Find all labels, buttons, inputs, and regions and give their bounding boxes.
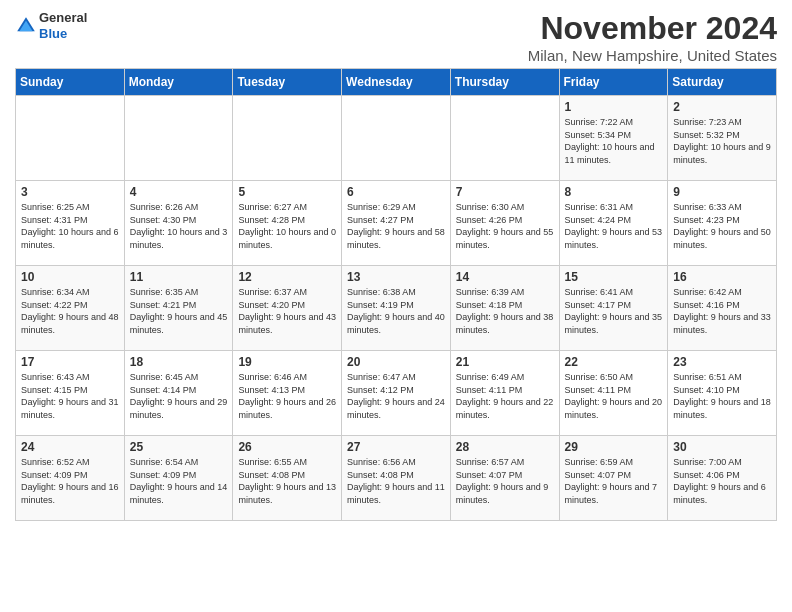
calendar-cell: 8Sunrise: 6:31 AM Sunset: 4:24 PM Daylig… <box>559 181 668 266</box>
day-number: 19 <box>238 355 337 369</box>
calendar-cell: 10Sunrise: 6:34 AM Sunset: 4:22 PM Dayli… <box>16 266 125 351</box>
calendar-cell: 4Sunrise: 6:26 AM Sunset: 4:30 PM Daylig… <box>124 181 233 266</box>
calendar-cell: 29Sunrise: 6:59 AM Sunset: 4:07 PM Dayli… <box>559 436 668 521</box>
calendar-cell: 23Sunrise: 6:51 AM Sunset: 4:10 PM Dayli… <box>668 351 777 436</box>
weekday-header-monday: Monday <box>124 69 233 96</box>
day-number: 6 <box>347 185 446 199</box>
day-number: 16 <box>673 270 772 284</box>
day-info: Sunrise: 7:23 AM Sunset: 5:32 PM Dayligh… <box>673 116 772 166</box>
calendar-cell <box>16 96 125 181</box>
calendar-cell: 17Sunrise: 6:43 AM Sunset: 4:15 PM Dayli… <box>16 351 125 436</box>
day-number: 9 <box>673 185 772 199</box>
calendar-cell: 1Sunrise: 7:22 AM Sunset: 5:34 PM Daylig… <box>559 96 668 181</box>
calendar-cell: 24Sunrise: 6:52 AM Sunset: 4:09 PM Dayli… <box>16 436 125 521</box>
calendar-week-4: 17Sunrise: 6:43 AM Sunset: 4:15 PM Dayli… <box>16 351 777 436</box>
day-info: Sunrise: 6:27 AM Sunset: 4:28 PM Dayligh… <box>238 201 337 251</box>
calendar-cell: 22Sunrise: 6:50 AM Sunset: 4:11 PM Dayli… <box>559 351 668 436</box>
calendar-cell: 14Sunrise: 6:39 AM Sunset: 4:18 PM Dayli… <box>450 266 559 351</box>
day-number: 30 <box>673 440 772 454</box>
calendar-cell: 21Sunrise: 6:49 AM Sunset: 4:11 PM Dayli… <box>450 351 559 436</box>
calendar-cell: 2Sunrise: 7:23 AM Sunset: 5:32 PM Daylig… <box>668 96 777 181</box>
weekday-header-friday: Friday <box>559 69 668 96</box>
calendar-cell: 20Sunrise: 6:47 AM Sunset: 4:12 PM Dayli… <box>342 351 451 436</box>
day-number: 3 <box>21 185 120 199</box>
weekday-header-tuesday: Tuesday <box>233 69 342 96</box>
calendar-cell: 12Sunrise: 6:37 AM Sunset: 4:20 PM Dayli… <box>233 266 342 351</box>
day-number: 20 <box>347 355 446 369</box>
day-number: 17 <box>21 355 120 369</box>
day-number: 15 <box>565 270 664 284</box>
calendar-cell: 16Sunrise: 6:42 AM Sunset: 4:16 PM Dayli… <box>668 266 777 351</box>
calendar-cell <box>124 96 233 181</box>
day-info: Sunrise: 6:52 AM Sunset: 4:09 PM Dayligh… <box>21 456 120 506</box>
weekday-header-thursday: Thursday <box>450 69 559 96</box>
day-number: 2 <box>673 100 772 114</box>
day-number: 8 <box>565 185 664 199</box>
calendar-cell: 25Sunrise: 6:54 AM Sunset: 4:09 PM Dayli… <box>124 436 233 521</box>
day-number: 1 <box>565 100 664 114</box>
day-number: 22 <box>565 355 664 369</box>
calendar-body: 1Sunrise: 7:22 AM Sunset: 5:34 PM Daylig… <box>16 96 777 521</box>
calendar-cell: 26Sunrise: 6:55 AM Sunset: 4:08 PM Dayli… <box>233 436 342 521</box>
calendar-week-3: 10Sunrise: 6:34 AM Sunset: 4:22 PM Dayli… <box>16 266 777 351</box>
page-header: General Blue November 2024 Milan, New Ha… <box>15 10 777 64</box>
day-info: Sunrise: 6:31 AM Sunset: 4:24 PM Dayligh… <box>565 201 664 251</box>
day-number: 24 <box>21 440 120 454</box>
calendar-cell: 3Sunrise: 6:25 AM Sunset: 4:31 PM Daylig… <box>16 181 125 266</box>
title-block: November 2024 Milan, New Hampshire, Unit… <box>528 10 777 64</box>
day-info: Sunrise: 6:57 AM Sunset: 4:07 PM Dayligh… <box>456 456 555 506</box>
weekday-header-row: SundayMondayTuesdayWednesdayThursdayFrid… <box>16 69 777 96</box>
day-info: Sunrise: 6:30 AM Sunset: 4:26 PM Dayligh… <box>456 201 555 251</box>
calendar-cell <box>233 96 342 181</box>
day-number: 4 <box>130 185 229 199</box>
day-number: 23 <box>673 355 772 369</box>
calendar-cell: 18Sunrise: 6:45 AM Sunset: 4:14 PM Dayli… <box>124 351 233 436</box>
calendar-cell <box>450 96 559 181</box>
day-info: Sunrise: 6:54 AM Sunset: 4:09 PM Dayligh… <box>130 456 229 506</box>
calendar-week-2: 3Sunrise: 6:25 AM Sunset: 4:31 PM Daylig… <box>16 181 777 266</box>
day-number: 5 <box>238 185 337 199</box>
day-info: Sunrise: 6:47 AM Sunset: 4:12 PM Dayligh… <box>347 371 446 421</box>
day-info: Sunrise: 6:33 AM Sunset: 4:23 PM Dayligh… <box>673 201 772 251</box>
day-info: Sunrise: 6:43 AM Sunset: 4:15 PM Dayligh… <box>21 371 120 421</box>
day-info: Sunrise: 6:37 AM Sunset: 4:20 PM Dayligh… <box>238 286 337 336</box>
calendar-cell: 27Sunrise: 6:56 AM Sunset: 4:08 PM Dayli… <box>342 436 451 521</box>
logo-text: General Blue <box>39 10 87 41</box>
day-number: 29 <box>565 440 664 454</box>
calendar-cell: 19Sunrise: 6:46 AM Sunset: 4:13 PM Dayli… <box>233 351 342 436</box>
day-info: Sunrise: 6:34 AM Sunset: 4:22 PM Dayligh… <box>21 286 120 336</box>
day-info: Sunrise: 6:56 AM Sunset: 4:08 PM Dayligh… <box>347 456 446 506</box>
day-info: Sunrise: 6:50 AM Sunset: 4:11 PM Dayligh… <box>565 371 664 421</box>
calendar-week-5: 24Sunrise: 6:52 AM Sunset: 4:09 PM Dayli… <box>16 436 777 521</box>
logo: General Blue <box>15 10 87 41</box>
logo-general: General <box>39 10 87 26</box>
calendar-cell: 30Sunrise: 7:00 AM Sunset: 4:06 PM Dayli… <box>668 436 777 521</box>
day-info: Sunrise: 6:35 AM Sunset: 4:21 PM Dayligh… <box>130 286 229 336</box>
weekday-header-saturday: Saturday <box>668 69 777 96</box>
calendar-cell: 13Sunrise: 6:38 AM Sunset: 4:19 PM Dayli… <box>342 266 451 351</box>
day-info: Sunrise: 7:22 AM Sunset: 5:34 PM Dayligh… <box>565 116 664 166</box>
day-info: Sunrise: 6:39 AM Sunset: 4:18 PM Dayligh… <box>456 286 555 336</box>
day-number: 10 <box>21 270 120 284</box>
day-number: 25 <box>130 440 229 454</box>
logo-icon <box>15 15 37 37</box>
logo-blue: Blue <box>39 26 87 42</box>
day-info: Sunrise: 6:55 AM Sunset: 4:08 PM Dayligh… <box>238 456 337 506</box>
day-info: Sunrise: 6:59 AM Sunset: 4:07 PM Dayligh… <box>565 456 664 506</box>
weekday-header-wednesday: Wednesday <box>342 69 451 96</box>
day-info: Sunrise: 6:42 AM Sunset: 4:16 PM Dayligh… <box>673 286 772 336</box>
day-info: Sunrise: 6:41 AM Sunset: 4:17 PM Dayligh… <box>565 286 664 336</box>
day-number: 28 <box>456 440 555 454</box>
day-info: Sunrise: 6:46 AM Sunset: 4:13 PM Dayligh… <box>238 371 337 421</box>
calendar-cell <box>342 96 451 181</box>
day-number: 27 <box>347 440 446 454</box>
day-info: Sunrise: 6:25 AM Sunset: 4:31 PM Dayligh… <box>21 201 120 251</box>
day-info: Sunrise: 6:26 AM Sunset: 4:30 PM Dayligh… <box>130 201 229 251</box>
calendar-cell: 28Sunrise: 6:57 AM Sunset: 4:07 PM Dayli… <box>450 436 559 521</box>
calendar-week-1: 1Sunrise: 7:22 AM Sunset: 5:34 PM Daylig… <box>16 96 777 181</box>
day-number: 7 <box>456 185 555 199</box>
calendar-cell: 15Sunrise: 6:41 AM Sunset: 4:17 PM Dayli… <box>559 266 668 351</box>
calendar-cell: 7Sunrise: 6:30 AM Sunset: 4:26 PM Daylig… <box>450 181 559 266</box>
day-number: 13 <box>347 270 446 284</box>
day-info: Sunrise: 6:49 AM Sunset: 4:11 PM Dayligh… <box>456 371 555 421</box>
